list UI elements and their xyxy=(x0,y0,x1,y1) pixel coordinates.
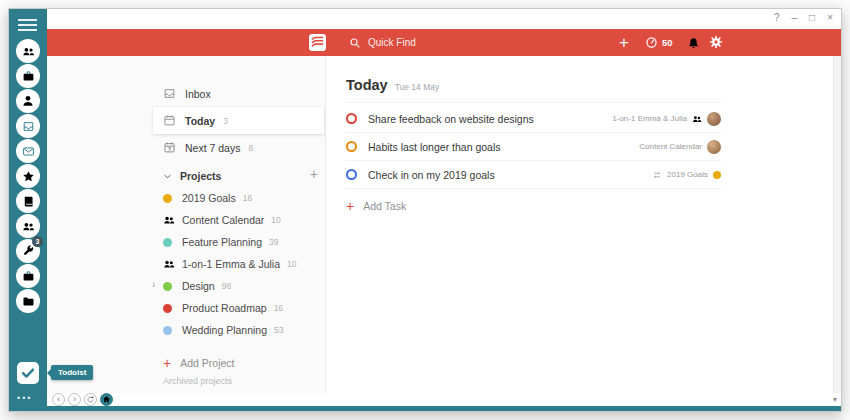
tools-icon[interactable]: 3 xyxy=(16,239,40,263)
window-controls: ? – □ × xyxy=(774,12,833,23)
forward-button[interactable]: › xyxy=(68,393,81,406)
scrollbar[interactable] xyxy=(833,56,841,393)
recurring-icon xyxy=(652,170,662,180)
task-project-link[interactable]: Content Calendar xyxy=(639,142,702,151)
more-apps-button[interactable]: ••• xyxy=(17,393,32,403)
project-count: 10 xyxy=(287,259,296,269)
project-item-feature-planning[interactable]: Feature Planning 39 xyxy=(153,231,324,253)
project-count: 39 xyxy=(269,237,278,247)
project-color-dot xyxy=(163,304,172,313)
karma-score[interactable]: 50 xyxy=(645,29,673,56)
person-icon[interactable] xyxy=(16,89,40,113)
search-placeholder: Quick Find xyxy=(368,37,416,48)
users-icon[interactable] xyxy=(16,214,40,238)
home-button[interactable] xyxy=(100,393,113,406)
project-item-product-roadmap[interactable]: Product Roadmap 16 xyxy=(153,297,324,319)
book-icon[interactable] xyxy=(16,189,40,213)
archived-projects-link[interactable]: Archived projects xyxy=(163,376,232,386)
nav-item-today[interactable]: Today 3 xyxy=(153,107,324,134)
project-name: 1-on-1 Emma & Julia xyxy=(182,258,280,270)
nav-item-label: Inbox xyxy=(185,88,211,100)
project-item-1-on-1[interactable]: 1-on-1 Emma & Julia 10 xyxy=(153,253,324,275)
notification-badge: 3 xyxy=(32,236,43,247)
plus-icon: + xyxy=(346,198,354,214)
task-complete-circle[interactable] xyxy=(346,113,357,124)
project-name: Product Roadmap xyxy=(182,302,267,314)
avatar xyxy=(707,140,721,154)
add-task-button[interactable]: + Add Task xyxy=(346,198,721,214)
projects-header: Projects + xyxy=(153,165,324,187)
app-body: Inbox Today 3 Next 7 days 8 Projects + xyxy=(47,56,841,393)
project-item-design[interactable]: › Design 98 xyxy=(153,275,324,297)
task-row[interactable]: Habits last longer than goals Content Ca… xyxy=(346,133,721,161)
bottom-strip xyxy=(9,406,841,411)
folder-icon[interactable] xyxy=(16,289,40,313)
mail-icon[interactable] xyxy=(16,139,40,163)
settings-button[interactable] xyxy=(709,35,723,53)
quick-find-search[interactable]: Quick Find xyxy=(349,29,416,56)
task-project-link[interactable]: 1-on-1 Emma & Julia xyxy=(612,114,687,123)
briefcase-icon[interactable] xyxy=(16,64,40,88)
project-count: 53 xyxy=(274,325,283,335)
chevron-down-icon[interactable] xyxy=(163,172,172,181)
project-name: 2019 Goals xyxy=(182,192,236,204)
task-title: Check in on my 2019 goals xyxy=(368,169,495,181)
add-project-button[interactable]: + Add Project xyxy=(163,355,324,371)
task-project-link[interactable]: 2019 Goals xyxy=(667,170,708,179)
project-count: 10 xyxy=(271,215,280,225)
gear-icon xyxy=(709,35,723,49)
help-button[interactable]: ? xyxy=(774,12,780,23)
notifications-button[interactable] xyxy=(687,36,700,54)
add-project-plus-icon[interactable]: + xyxy=(310,166,318,182)
search-icon xyxy=(349,37,361,49)
project-color-dot xyxy=(163,238,172,247)
todoist-logo-icon[interactable] xyxy=(309,34,326,55)
task-row[interactable]: Check in on my 2019 goals 2019 Goals xyxy=(346,161,721,189)
task-list: Share feedback on website designs 1-on-1… xyxy=(346,105,721,214)
titlebar: ? – □ × xyxy=(47,9,841,29)
close-button[interactable]: × xyxy=(827,12,833,23)
project-color-dot xyxy=(163,282,172,291)
todoist-header: Quick Find + 50 xyxy=(47,29,841,56)
task-title: Habits last longer than goals xyxy=(368,141,501,153)
scroll-down-arrow[interactable]: ▾ xyxy=(833,395,837,404)
app-rail: 3 ••• xyxy=(9,9,47,411)
add-project-label: Add Project xyxy=(180,357,234,369)
app-window: 3 ••• Todoist ? – □ × Quick Find + 50 xyxy=(8,8,842,412)
briefcase-icon[interactable] xyxy=(16,264,40,288)
task-title: Share feedback on website designs xyxy=(368,113,534,125)
rail-app-list: 3 xyxy=(16,39,40,314)
task-complete-circle[interactable] xyxy=(346,169,357,180)
nav-item-label: Next 7 days xyxy=(185,142,240,154)
inbox-icon[interactable] xyxy=(16,114,40,138)
calendar-today-icon xyxy=(163,114,176,127)
users-icon[interactable] xyxy=(16,39,40,63)
project-name: Feature Planning xyxy=(182,236,262,248)
project-color-dot xyxy=(163,326,172,335)
expand-chevron-icon[interactable]: › xyxy=(152,280,155,290)
nav-item-count: 3 xyxy=(223,116,228,126)
todoist-app-icon[interactable] xyxy=(16,361,40,385)
star-icon[interactable] xyxy=(16,164,40,188)
home-icon xyxy=(102,395,111,404)
page-date: Tue 14 May xyxy=(395,82,440,92)
nav-item-next-7-days[interactable]: Next 7 days 8 xyxy=(153,134,324,161)
nav-list: Inbox Today 3 Next 7 days 8 Projects + xyxy=(153,80,324,371)
minimize-button[interactable]: – xyxy=(792,12,798,23)
hamburger-menu-icon[interactable] xyxy=(18,16,37,34)
project-item-content-calendar[interactable]: Content Calendar 10 xyxy=(153,209,324,231)
main-content: TodayTue 14 May Share feedback on websit… xyxy=(326,56,841,393)
project-item-2019-goals[interactable]: 2019 Goals 16 xyxy=(153,187,324,209)
project-name: Wedding Planning xyxy=(182,324,267,336)
reload-button[interactable] xyxy=(84,393,97,406)
back-button[interactable]: ‹ xyxy=(52,393,65,406)
add-task-header-button[interactable]: + xyxy=(619,30,629,55)
project-color-dot xyxy=(713,171,721,179)
task-row[interactable]: Share feedback on website designs 1-on-1… xyxy=(346,105,721,133)
task-complete-circle[interactable] xyxy=(346,141,357,152)
bottom-bar: ‹ › ▾ xyxy=(47,393,841,406)
calendar-week-icon xyxy=(163,141,176,154)
nav-item-inbox[interactable]: Inbox xyxy=(153,80,324,107)
maximize-button[interactable]: □ xyxy=(809,12,815,23)
project-item-wedding-planning[interactable]: Wedding Planning 53 xyxy=(153,319,324,341)
